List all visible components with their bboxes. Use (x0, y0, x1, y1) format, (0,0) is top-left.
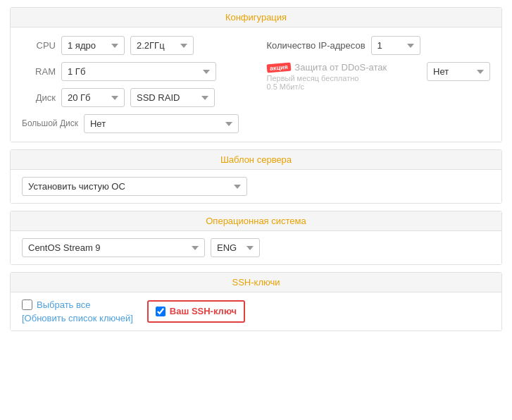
refresh-keys-link[interactable]: [Обновить список ключей] (22, 313, 133, 323)
ssh-key-checkbox[interactable] (156, 307, 166, 316)
ddos-badge: акция (266, 62, 291, 73)
ddos-block: акция Защита от DDoS-атак Первый месяц б… (267, 62, 491, 91)
ip-count-label: Количество IP-адресов (267, 40, 366, 51)
ssh-section: SSH-ключи Выбрать все [Обновить список к… (10, 272, 502, 331)
select-all-label: Выбрать все (37, 299, 90, 310)
lang-select[interactable]: ENG RUS (211, 238, 260, 257)
disk-type-select[interactable]: SSD RAID HDD (130, 88, 215, 107)
os-section: Операционная система CentOS Stream 9 Ubu… (10, 211, 502, 265)
template-select[interactable]: Установить чистую ОС Другой шаблон (22, 177, 247, 196)
ddos-label: Защита от DDoS-атак (294, 62, 387, 73)
os-select[interactable]: CentOS Stream 9 Ubuntu 22.04 Debian 11 (22, 238, 205, 257)
ssh-left: Выбрать все [Обновить список ключей] (22, 299, 133, 323)
ssh-key-label: Ваш SSH-ключ (170, 306, 237, 318)
ssh-key-box: Ваш SSH-ключ (147, 300, 245, 323)
ssh-title: SSH-ключи (232, 277, 280, 288)
disk-row: Диск 20 Гб 40 Гб 80 Гб SSD RAID HDD (22, 88, 246, 107)
ram-row: RAM 1 Гб 2 Гб 4 Гб 8 Гб (22, 62, 246, 81)
ddos-row: акция Защита от DDoS-атак Первый месяц б… (267, 62, 491, 91)
ddos-promo-line2: 0.5 Мбит/с (267, 82, 422, 91)
config-body: CPU 1 ядро 2 ядра 4 ядра 2.2ГГц 3.0ГГц R… (11, 27, 501, 142)
os-body: CentOS Stream 9 Ubuntu 22.04 Debian 11 E… (11, 231, 501, 264)
os-section-header: Операционная система (11, 211, 501, 231)
ip-count-row: Количество IP-адресов 1 2 3 (267, 36, 491, 55)
disk-label: Диск (22, 92, 56, 103)
ddos-promo-line1: Первый месяц бесплатно (267, 74, 422, 82)
big-disk-row: Большой Диск Нет Да (22, 114, 246, 133)
select-all-row: Выбрать все (22, 299, 133, 310)
cpu-freq-select[interactable]: 2.2ГГц 3.0ГГц (130, 36, 194, 55)
cpu-label: CPU (22, 40, 56, 51)
os-row: CentOS Stream 9 Ubuntu 22.04 Debian 11 E… (22, 238, 490, 257)
ssh-body: Выбрать все [Обновить список ключей] Ваш… (11, 292, 501, 331)
config-right-col: Количество IP-адресов 1 2 3 акция Защита… (267, 36, 491, 133)
select-all-checkbox[interactable] (22, 299, 32, 310)
config-grid: CPU 1 ядро 2 ядра 4 ядра 2.2ГГц 3.0ГГц R… (22, 36, 490, 133)
ram-select[interactable]: 1 Гб 2 Гб 4 Гб 8 Гб (61, 62, 216, 81)
os-title: Операционная система (206, 216, 306, 226)
ddos-select[interactable]: Нет Да (427, 62, 490, 81)
config-left-col: CPU 1 ядро 2 ядра 4 ядра 2.2ГГц 3.0ГГц R… (22, 36, 246, 133)
config-title: Конфигурация (225, 12, 287, 23)
template-body: Установить чистую ОС Другой шаблон (11, 170, 501, 203)
template-title: Шаблон сервера (220, 154, 292, 165)
cpu-row: CPU 1 ядро 2 ядра 4 ядра 2.2ГГц 3.0ГГц (22, 36, 246, 55)
cpu-cores-select[interactable]: 1 ядро 2 ядра 4 ядра (61, 36, 125, 55)
big-disk-select[interactable]: Нет Да (84, 114, 239, 133)
template-section-header: Шаблон сервера (11, 150, 501, 170)
config-section: Конфигурация CPU 1 ядро 2 ядра 4 ядра 2.… (10, 7, 502, 142)
config-section-header: Конфигурация (11, 8, 501, 27)
disk-size-select[interactable]: 20 Гб 40 Гб 80 Гб (61, 88, 125, 107)
template-section: Шаблон сервера Установить чистую ОС Друг… (10, 149, 502, 204)
big-disk-label: Большой Диск (22, 118, 78, 130)
ssh-row: Выбрать все [Обновить список ключей] Ваш… (22, 299, 490, 323)
ssh-section-header: SSH-ключи (11, 273, 501, 292)
ram-label: RAM (22, 66, 56, 77)
ip-count-select[interactable]: 1 2 3 (371, 36, 420, 55)
